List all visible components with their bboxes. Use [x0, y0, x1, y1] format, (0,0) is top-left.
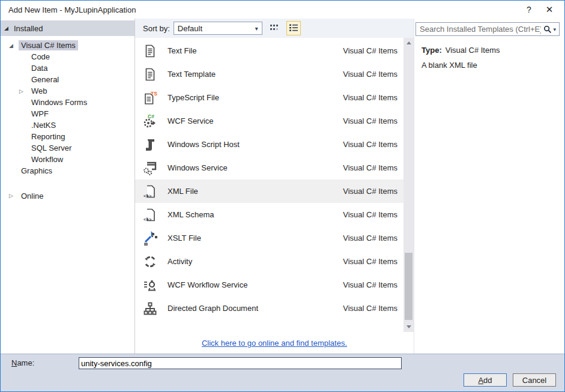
tree-item-label: Workflow: [29, 154, 65, 164]
expanded-triangle-icon[interactable]: ◢: [9, 43, 19, 49]
tree-item-workflow[interactable]: Workflow: [1, 154, 134, 165]
template-item-windows-service[interactable]: Windows ServiceVisual C# Items: [135, 156, 403, 179]
template-item-directed-graph-document[interactable]: Directed Graph DocumentVisual C# Items: [135, 297, 403, 320]
type-line: Type:Visual C# Items: [421, 46, 558, 55]
wcf-workflow-service-icon: [142, 277, 158, 293]
template-details: Type:Visual C# Items A blank XML file: [414, 36, 564, 70]
tree-item-web[interactable]: ▷Web: [1, 85, 134, 97]
close-icon: ✕: [546, 4, 554, 15]
svg-text:<●>: <●>: [144, 216, 152, 222]
template-name: WCF Workflow Service: [168, 280, 343, 289]
tree-item-label: Data: [29, 63, 50, 73]
name-input[interactable]: [79, 357, 402, 369]
template-item-activity[interactable]: ActivityVisual C# Items: [135, 250, 403, 273]
template-item-xml-file[interactable]: <●>XML FileVisual C# Items: [135, 179, 403, 203]
template-category: Visual C# Items: [343, 46, 397, 55]
tree-item-wpf[interactable]: WPF: [1, 108, 134, 119]
template-panel: Sort by: Default ▾ Text FileVisua: [135, 19, 414, 354]
scroll-thumb[interactable]: [405, 253, 412, 321]
go-online-link[interactable]: Click here to go online and find templat…: [202, 339, 347, 348]
directed-graph-document-icon: [142, 301, 158, 316]
xslt-file-icon: [142, 231, 158, 246]
cancel-button[interactable]: Cancel: [513, 373, 556, 387]
template-name: XML File: [168, 187, 343, 196]
online-label: Online: [19, 191, 46, 201]
tree-item-reporting[interactable]: Reporting: [1, 131, 134, 142]
scroll-up-button[interactable]: [403, 38, 414, 48]
svg-text:TS: TS: [151, 90, 157, 96]
template-category: Visual C# Items: [343, 116, 397, 125]
list-view-icon: [289, 23, 298, 34]
template-category: Visual C# Items: [343, 234, 397, 243]
tree-item-label: Visual C# Items: [19, 40, 78, 50]
collapsed-triangle-icon[interactable]: ▷: [19, 88, 29, 94]
template-name: TypeScript File: [168, 93, 343, 102]
collapsed-triangle-icon[interactable]: ▷: [9, 193, 19, 199]
template-category: Visual C# Items: [343, 70, 397, 79]
tree-item-data[interactable]: Data: [1, 62, 134, 74]
search-options-arrow-icon[interactable]: ▾: [553, 26, 556, 32]
text-file-icon: [142, 43, 158, 59]
template-category: Visual C# Items: [343, 163, 397, 172]
xml-file-icon: <●>: [142, 184, 158, 199]
template-item-wcf-service[interactable]: C#WCF ServiceVisual C# Items: [135, 109, 403, 133]
template-name: WCF Service: [168, 116, 343, 125]
tree-item-label: Graphics: [19, 166, 55, 176]
template-item-text-file[interactable]: Text FileVisual C# Items: [135, 39, 403, 62]
detail-panel: ▾ Type:Visual C# Items A blank XML file: [414, 19, 564, 354]
template-item-typescript-file[interactable]: TSTypeScript FileVisual C# Items: [135, 86, 403, 109]
dialog-title: Add New Item - MyJLupinApplication: [1, 5, 136, 14]
expanded-triangle-icon[interactable]: ◢: [4, 25, 14, 31]
template-name: Windows Service: [168, 163, 343, 172]
tree-item-label: General: [29, 74, 61, 85]
template-category: Visual C# Items: [343, 210, 397, 219]
tree-item-graphics[interactable]: Graphics: [1, 165, 134, 176]
template-name: Text File: [168, 46, 343, 55]
online-link-row: Click here to go online and find templat…: [135, 332, 414, 354]
tree-item-label: SQL Server: [29, 143, 74, 153]
windows-service-icon: [142, 160, 158, 176]
tree-item-label: .NetKS: [29, 120, 58, 130]
list-view-button[interactable]: [286, 21, 301, 35]
title-bar: Add New Item - MyJLupinApplication ? ✕: [1, 1, 564, 19]
help-button[interactable]: ?: [519, 1, 539, 19]
sort-toolbar: Sort by: Default ▾: [135, 19, 414, 38]
tree-item-netks[interactable]: .NetKS: [1, 119, 134, 131]
search-icon[interactable]: ▾: [543, 25, 559, 34]
template-item-xslt-file[interactable]: XSLT FileVisual C# Items: [135, 226, 403, 250]
template-item-wcf-workflow-service[interactable]: WCF Workflow ServiceVisual C# Items: [135, 273, 403, 297]
tree-item-windows-forms[interactable]: Windows Forms: [1, 97, 134, 108]
sort-dropdown-value: Default: [178, 24, 255, 33]
sort-dropdown[interactable]: Default ▾: [174, 22, 262, 35]
tree-item-label: Windows Forms: [29, 97, 89, 107]
template-name: XML Schema: [168, 210, 343, 219]
tree-item-visual-c-items[interactable]: ◢Visual C# Items: [1, 40, 134, 51]
template-name: Directed Graph Document: [168, 304, 343, 313]
windows-script-host-icon: [142, 137, 158, 152]
tree-item-label: Reporting: [29, 131, 67, 142]
chevron-down-icon: ▾: [255, 25, 258, 32]
scrollbar[interactable]: [403, 38, 414, 332]
tree-item-general[interactable]: General: [1, 74, 134, 85]
type-value: Visual C# Items: [446, 46, 500, 55]
template-item-xml-schema[interactable]: <●>XML SchemaVisual C# Items: [135, 203, 403, 226]
tree-item-sql-server[interactable]: SQL Server: [1, 142, 134, 154]
small-icons-view-button[interactable]: [267, 21, 282, 35]
template-item-windows-script-host[interactable]: Windows Script HostVisual C# Items: [135, 133, 403, 156]
tree-item-code[interactable]: Code: [1, 51, 134, 62]
installed-section-header[interactable]: ◢ Installed: [1, 20, 134, 36]
tree-item-online[interactable]: ▷ Online: [1, 190, 134, 202]
category-tree: ◢Visual C# ItemsCodeDataGeneral▷WebWindo…: [1, 36, 134, 176]
add-button-label: Add: [478, 376, 492, 385]
search-input[interactable]: [416, 25, 543, 34]
scroll-down-button[interactable]: [403, 322, 414, 332]
tree-item-label: WPF: [29, 109, 51, 119]
add-button[interactable]: Add: [464, 373, 507, 387]
template-category: Visual C# Items: [343, 140, 397, 149]
template-description: A blank XML file: [421, 61, 558, 70]
close-button[interactable]: ✕: [539, 1, 560, 19]
search-box: ▾: [415, 22, 560, 36]
template-category: Visual C# Items: [343, 187, 397, 196]
template-item-text-template[interactable]: Text TemplateVisual C# Items: [135, 62, 403, 86]
activity-icon: [142, 254, 158, 270]
